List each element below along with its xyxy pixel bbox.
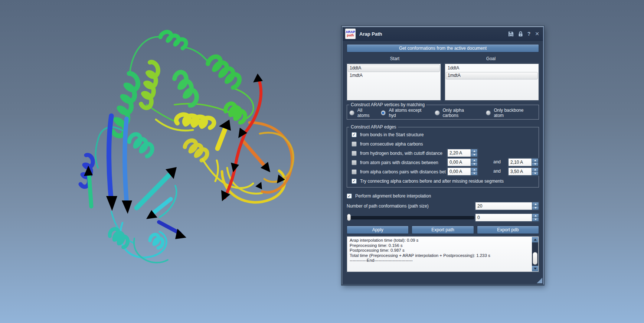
atom-pairs-max-spinbox[interactable]: 2,10 A (508, 158, 539, 166)
spin-up-button[interactable] (471, 159, 477, 162)
checkbox-label: from alpha carbons pairs with distances … (360, 169, 446, 174)
path-size-spinbox[interactable]: 20 (475, 202, 539, 210)
checkbox-label: from consecutive alpha carbons (360, 141, 423, 147)
log-line: Preprocessing time: 0.156 s (350, 243, 530, 248)
resize-grip[interactable] (537, 278, 542, 283)
spin-up-button[interactable] (532, 214, 539, 218)
window-title: Arap Path (359, 31, 382, 37)
scroll-down-button[interactable] (532, 266, 538, 271)
edge-option-row: ✓ from hydrogen bonds, with cutoff dista… (349, 149, 536, 158)
get-conformations-button[interactable]: Get conformations from the active docume… (347, 44, 539, 52)
radio-only-backbone-atoms[interactable] (486, 110, 491, 115)
spin-up-button[interactable] (471, 168, 477, 172)
spinbox-value[interactable]: 20 (475, 202, 532, 210)
spinbox-value[interactable]: 0,00 A (448, 168, 471, 175)
application-canvas: { "window": { "title": "Arap Path", "log… (0, 0, 644, 323)
scroll-track[interactable] (532, 242, 538, 266)
conformation-slider[interactable] (347, 216, 474, 219)
checkbox-label: Perform alignment before interpolation (355, 193, 431, 199)
protein-ribbon (81, 32, 293, 262)
start-conformation-list[interactable]: 1ddtA 1mdtA (347, 63, 441, 101)
arap-path-window: ARAP path Arap Path ? ✕ Get conformation… (341, 26, 544, 285)
list-item[interactable]: 1ddtA (348, 65, 440, 72)
titlebar[interactable]: ARAP path Arap Path ? ✕ (343, 27, 543, 41)
lock-icon[interactable] (518, 31, 523, 37)
atom-pairs-min-spinbox[interactable]: 0,00 A (447, 158, 478, 166)
spinbox-value[interactable]: 0,00 A (448, 159, 471, 166)
spin-up-button[interactable] (532, 168, 538, 172)
checkbox-alpha-carbon-pairs-distance[interactable]: ✓ (352, 169, 357, 174)
radio-label: Only backbone atom (494, 108, 534, 118)
and-label: and (490, 169, 504, 174)
edge-option-row: ✓ from alpha carbons pairs with distance… (349, 167, 536, 176)
conformation-index-spinbox[interactable]: 0 (475, 213, 539, 222)
help-icon[interactable]: ? (527, 31, 531, 37)
scroll-thumb[interactable] (533, 252, 537, 265)
checkbox-consecutive-alpha-carbons[interactable]: ✓ (352, 141, 357, 147)
spinbox-value[interactable]: 2,10 A (509, 159, 532, 166)
spin-up-button[interactable] (532, 202, 539, 206)
log-line: Total time (Preprocessing + ARAP interpo… (350, 253, 530, 258)
slider-handle[interactable] (347, 214, 351, 221)
export-path-button[interactable]: Export path (412, 226, 474, 234)
close-icon[interactable]: ✕ (535, 31, 539, 37)
radio-only-alpha-carbons[interactable] (435, 110, 440, 115)
arap-path-logo-icon: ARAP path (345, 29, 356, 39)
spin-down-button[interactable] (471, 153, 477, 157)
edge-option-row: ✓ from bonds in the Start structure (349, 130, 536, 139)
checkbox-hydrogen-bonds[interactable]: ✓ (352, 151, 357, 156)
start-list-label: Start (347, 56, 443, 61)
log-line: Arap interpolation time (total): 0.09 s (350, 238, 530, 243)
edges-groupbox-title: Construct ARAP edges (349, 124, 398, 130)
edge-option-row: ✓ from atom pairs with distances between… (349, 158, 536, 167)
checkbox-perform-alignment[interactable]: ✓ (347, 193, 352, 199)
edge-option-row: ✓ Try connecting alpha carbons before an… (349, 176, 536, 186)
log-scrollbar[interactable] (532, 237, 538, 271)
apply-button[interactable]: Apply (347, 226, 409, 234)
vertices-groupbox-title: Construct ARAP vertices by matching (349, 102, 426, 107)
edges-groupbox: Construct ARAP edges ✓ from bonds in the… (347, 124, 539, 187)
checkbox-atom-pairs-distance[interactable]: ✓ (352, 160, 357, 165)
path-size-label: Number of path conformations (path size) (347, 203, 429, 209)
checkbox-label: from bonds in the Start structure (360, 132, 424, 137)
checkbox-label: Try connecting alpha carbons before and … (360, 179, 504, 184)
spinbox-value[interactable]: 2,20 A (448, 149, 471, 157)
spin-down-button[interactable] (532, 172, 538, 176)
list-item[interactable]: 1mdtA (446, 72, 538, 79)
logo-text-bottom: path (347, 34, 354, 37)
spin-down-button[interactable] (532, 218, 539, 222)
alpha-pairs-max-spinbox[interactable]: 3,50 A (508, 167, 539, 176)
spin-down-button[interactable] (471, 172, 477, 176)
checkbox-label: from atom pairs with distances between (360, 160, 438, 165)
goal-list-label: Goal (443, 56, 539, 61)
spinbox-value[interactable]: 3,50 A (509, 168, 532, 175)
spin-up-button[interactable] (532, 159, 538, 162)
cutoff-distance-spinbox[interactable]: 2,20 A (447, 149, 478, 157)
spin-up-button[interactable] (471, 149, 477, 153)
spin-down-button[interactable] (532, 206, 539, 210)
radio-all-atoms[interactable] (349, 110, 354, 115)
scroll-up-button[interactable] (532, 237, 538, 242)
export-pdb-button[interactable]: Export pdb (477, 226, 539, 234)
spin-down-button[interactable] (471, 162, 477, 166)
radio-label: All atoms except hyd (389, 108, 429, 118)
checkbox-label: from hydrogen bonds, with cutoff distanc… (360, 151, 442, 156)
viewport-3d[interactable] (0, 0, 334, 323)
save-icon[interactable] (508, 31, 514, 37)
checkbox-bonds-start-structure[interactable]: ✓ (352, 132, 357, 137)
log-line: ------------End-------------------------… (350, 258, 530, 263)
radio-all-atoms-except-hydrogen[interactable] (381, 110, 386, 115)
helical-domain-green (112, 32, 254, 160)
goal-conformation-list[interactable]: 1ddtA 1mdtA (445, 63, 539, 101)
checkbox-connect-missing-residues[interactable]: ✓ (352, 179, 357, 184)
log-line: Postprocessing time: 0.987 s (350, 248, 530, 253)
spinbox-value[interactable]: 0 (475, 214, 532, 221)
list-item[interactable]: 1ddtA (446, 65, 538, 72)
spin-down-button[interactable] (532, 162, 538, 166)
sheet-domain-red (202, 74, 293, 202)
list-item[interactable]: 1mdtA (348, 72, 440, 79)
sheet-domain-blue (81, 116, 186, 262)
log-output[interactable]: Arap interpolation time (total): 0.09 s … (347, 236, 539, 272)
alpha-pairs-min-spinbox[interactable]: 0,00 A (447, 167, 478, 176)
radio-label: Only alpha carbons (443, 108, 481, 118)
